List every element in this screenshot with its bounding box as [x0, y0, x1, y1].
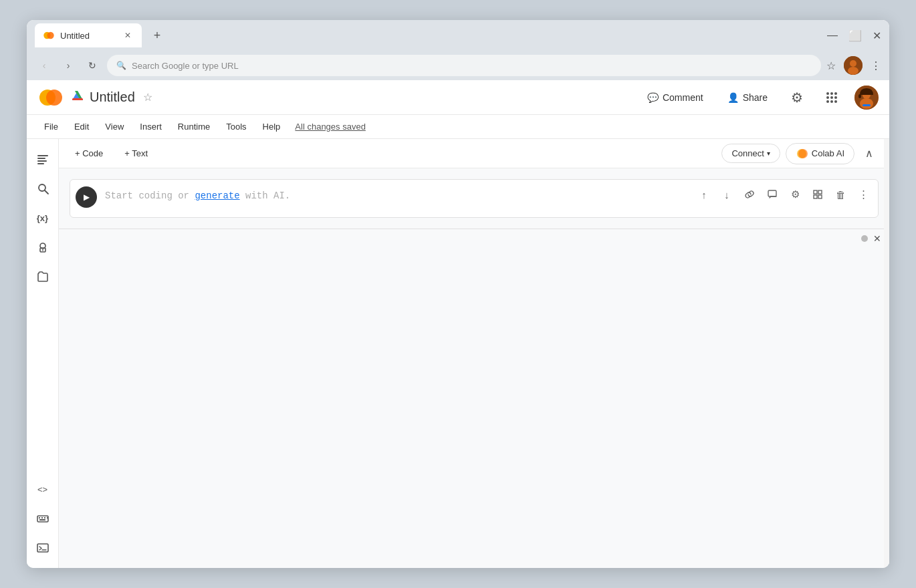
nav-actions: ☆ ⋮ — [826, 56, 881, 75]
back-button[interactable]: ‹ — [35, 56, 53, 75]
svg-rect-37 — [818, 190, 822, 194]
search-icon: 🔍 — [116, 61, 126, 70]
delete-cell-icon[interactable]: 🗑 — [831, 185, 850, 204]
generate-link[interactable]: generate — [195, 190, 239, 201]
header-right: 💬 Comment 👤 Share ⚙ — [641, 86, 879, 110]
sidebar-item-keyboard[interactable] — [31, 506, 55, 531]
move-down-icon[interactable]: ↓ — [717, 185, 736, 204]
svg-rect-17 — [37, 158, 45, 159]
collapse-button[interactable]: ∧ — [860, 144, 879, 163]
sidebar-item-variables[interactable]: {x} — [31, 206, 55, 230]
add-text-button[interactable]: + Text — [119, 146, 153, 161]
svg-point-1 — [47, 32, 53, 39]
minimize-button[interactable]: — — [827, 29, 838, 42]
svg-point-4 — [848, 67, 858, 75]
drive-icon — [71, 90, 84, 106]
menu-edit[interactable]: Edit — [68, 119, 96, 134]
menu-help[interactable]: Help — [256, 119, 288, 134]
sidebar-item-toc[interactable] — [31, 147, 55, 171]
comment-label: Comment — [663, 92, 703, 103]
svg-rect-31 — [37, 544, 48, 552]
browser-window: Untitled ✕ + — ⬜ ✕ ‹ › ↻ 🔍 Search Google… — [27, 20, 889, 568]
cell-toolbar: ↑ ↓ ⚙ — [695, 185, 873, 204]
star-icon[interactable]: ☆ — [143, 91, 152, 104]
cell-placeholder-end: with AI. — [240, 190, 291, 201]
refresh-button[interactable]: ↻ — [83, 56, 102, 75]
code-cell: ↑ ↓ ⚙ — [70, 179, 879, 218]
grid-dots-icon — [826, 92, 837, 103]
more-options-icon[interactable]: ⋮ — [854, 185, 873, 204]
sidebar-item-search[interactable] — [31, 176, 55, 200]
connect-dropdown-icon: ▾ — [767, 150, 770, 157]
share-icon: 👤 — [727, 92, 739, 103]
forward-button[interactable]: › — [59, 56, 78, 75]
sidebar-item-code-snippets[interactable]: <> — [31, 477, 55, 501]
menu-file[interactable]: File — [37, 119, 65, 134]
svg-rect-15 — [863, 104, 871, 106]
user-avatar[interactable] — [854, 86, 879, 110]
doc-title: Untitled — [90, 90, 135, 105]
connect-button[interactable]: Connect ▾ — [721, 144, 780, 163]
svg-rect-29 — [47, 517, 48, 519]
move-up-icon[interactable]: ↑ — [695, 185, 713, 204]
app-header: Untitled ☆ 💬 Comment 👤 Share ⚙ — [27, 80, 889, 115]
maximize-button[interactable]: ⬜ — [848, 29, 862, 42]
menu-runtime[interactable]: Runtime — [171, 119, 217, 134]
menu-bar: File Edit View Insert Runtime Tools Help… — [27, 115, 889, 139]
sidebar-item-secrets[interactable] — [31, 235, 55, 259]
link-icon[interactable] — [740, 185, 759, 204]
colab-ai-label: Colab AI — [812, 148, 844, 158]
status-bar: ✕ — [59, 229, 889, 247]
new-tab-button[interactable]: + — [147, 25, 167, 45]
menu-view[interactable]: View — [98, 119, 130, 134]
sidebar: {x} <> — [27, 139, 59, 568]
status-close-button[interactable]: ✕ — [873, 233, 881, 244]
settings-button[interactable]: ⚙ — [785, 86, 809, 110]
sidebar-item-terminal[interactable] — [31, 536, 55, 560]
comment-cell-icon[interactable] — [763, 185, 782, 204]
address-bar[interactable]: 🔍 Search Google or type URL — [107, 55, 821, 76]
svg-line-21 — [45, 190, 48, 194]
svg-rect-39 — [818, 195, 822, 198]
colab-ai-button[interactable]: Colab AI — [786, 143, 854, 164]
tab-favicon — [43, 29, 55, 41]
colab-ai-icon — [796, 148, 808, 160]
notebook-area: + Code + Text Connect ▾ Colab AI ∧ — [59, 139, 889, 568]
cell-placeholder-start: Start coding or — [105, 190, 195, 201]
tab-close-button[interactable]: ✕ — [122, 29, 134, 41]
notebook-toolbar: + Code + Text Connect ▾ Colab AI ∧ — [59, 139, 889, 168]
run-button[interactable]: ▶ — [76, 186, 97, 208]
expand-cell-icon[interactable] — [808, 185, 827, 204]
address-text: Search Google or type URL — [132, 61, 239, 71]
comment-button[interactable]: 💬 Comment — [641, 88, 710, 107]
menu-insert[interactable]: Insert — [133, 119, 168, 134]
svg-rect-14 — [858, 94, 861, 98]
svg-point-13 — [860, 98, 873, 109]
svg-rect-35 — [768, 190, 776, 196]
menu-icon[interactable]: ⋮ — [871, 59, 881, 72]
save-status[interactable]: All changes saved — [295, 122, 366, 132]
svg-rect-16 — [37, 155, 48, 156]
svg-rect-19 — [37, 163, 44, 164]
svg-rect-26 — [39, 517, 40, 519]
svg-point-34 — [798, 149, 808, 158]
share-label: Share — [743, 92, 768, 103]
main-content: {x} <> — [27, 139, 889, 568]
toolbar-right: Connect ▾ Colab AI ∧ — [721, 143, 879, 164]
browser-tab[interactable]: Untitled ✕ — [35, 23, 142, 47]
cell-settings-icon[interactable]: ⚙ — [786, 185, 804, 204]
add-code-button[interactable]: + Code — [70, 146, 108, 161]
share-button[interactable]: 👤 Share — [721, 88, 774, 107]
bookmark-icon[interactable]: ☆ — [826, 59, 836, 72]
sidebar-item-files[interactable] — [31, 265, 55, 289]
status-dot — [861, 235, 868, 242]
google-apps-button[interactable] — [820, 86, 844, 110]
user-avatar-small[interactable] — [844, 56, 863, 75]
svg-rect-38 — [814, 195, 817, 198]
menu-tools[interactable]: Tools — [219, 119, 253, 134]
svg-point-3 — [850, 60, 856, 67]
close-button[interactable]: ✕ — [873, 29, 881, 42]
svg-rect-18 — [37, 160, 47, 162]
scrollbar-track[interactable] — [884, 139, 889, 568]
settings-icon: ⚙ — [791, 90, 803, 106]
